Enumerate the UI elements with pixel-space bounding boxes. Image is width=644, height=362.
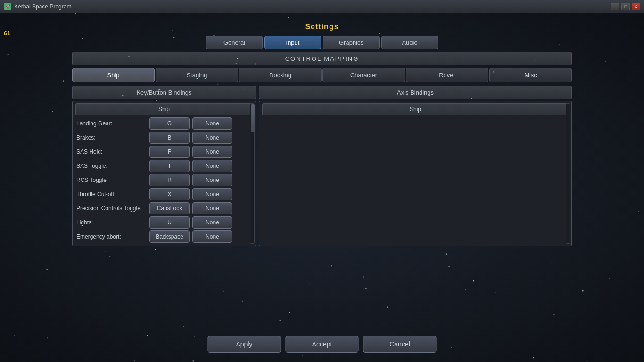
bottom-buttons: ApplyAcceptCancel <box>208 336 437 353</box>
apply-button[interactable]: Apply <box>208 336 281 353</box>
binding-row-1: Brakes:BNone <box>75 131 253 145</box>
app-icon: 🚀 <box>4 3 11 10</box>
binding-secondary-6[interactable]: None <box>192 202 232 214</box>
binding-primary-1[interactable]: B <box>149 132 190 144</box>
binding-primary-0[interactable]: G <box>149 117 190 130</box>
binding-label-2: SAS Hold: <box>76 148 149 155</box>
binding-row-0: Landing Gear:GNone <box>75 116 253 131</box>
binding-primary-3[interactable]: T <box>149 160 190 172</box>
binding-row-2: SAS Hold:FNone <box>75 145 253 159</box>
binding-primary-8[interactable]: Backspace <box>149 230 190 243</box>
subtab-docking[interactable]: Docking <box>239 68 322 82</box>
binding-primary-2[interactable]: F <box>149 146 190 158</box>
binding-label-0: Landing Gear: <box>76 120 149 127</box>
subtab-rover[interactable]: Rover <box>406 68 488 82</box>
tab-general[interactable]: General <box>206 36 263 49</box>
binding-row-3: SAS Toggle:TNone <box>75 159 253 173</box>
binding-label-5: Throttle Cut-off: <box>76 191 149 197</box>
binding-secondary-5[interactable]: None <box>192 188 232 200</box>
main-content: 61 Settings GeneralInputGraphicsAudio CO… <box>0 13 644 362</box>
binding-primary-7[interactable]: U <box>149 216 190 229</box>
close-button[interactable]: ✕ <box>632 3 640 10</box>
top-tabs: GeneralInputGraphicsAudio <box>206 36 438 49</box>
binding-secondary-3[interactable]: None <box>192 160 232 172</box>
accept-button[interactable]: Accept <box>286 336 359 353</box>
binding-primary-6[interactable]: CapsLock <box>149 202 190 214</box>
binding-label-4: RCS Toggle: <box>76 177 149 183</box>
title-bar-left: 🚀 Kerbal Space Program <box>4 3 71 10</box>
settings-panel: Settings GeneralInputGraphicsAudio CONTR… <box>63 23 581 246</box>
binding-label-7: Lights: <box>76 219 149 226</box>
binding-row-5: Throttle Cut-off:XNone <box>75 187 253 201</box>
binding-label-6: Precision Controls Toggle: <box>76 205 149 212</box>
key-panel-header: Key/Button Bindings <box>72 86 256 99</box>
tab-graphics[interactable]: Graphics <box>323 36 380 49</box>
bindings-list: Landing Gear:GNoneBrakes:BNoneSAS Hold:F… <box>75 116 253 244</box>
binding-secondary-7[interactable]: None <box>192 216 232 229</box>
maximize-button[interactable]: □ <box>621 3 630 10</box>
key-ship-subheader: Ship <box>75 103 253 115</box>
axis-bindings-container: Ship <box>259 101 572 246</box>
subtab-ship[interactable]: Ship <box>72 68 155 82</box>
binding-primary-4[interactable]: R <box>149 174 190 186</box>
axis-ship-subheader: Ship <box>262 103 569 115</box>
axis-panel: Axis Bindings Ship <box>259 86 572 246</box>
binding-primary-5[interactable]: X <box>149 188 190 200</box>
tab-audio[interactable]: Audio <box>381 36 438 49</box>
title-bar: 🚀 Kerbal Space Program ─ □ ✕ <box>0 0 644 13</box>
binding-row-6: Precision Controls Toggle:CapsLockNone <box>75 201 253 215</box>
control-mapping-header: CONTROL MAPPING <box>72 52 572 65</box>
binding-row-7: Lights:UNone <box>75 215 253 230</box>
binding-label-8: Emergency abort: <box>76 233 149 240</box>
binding-secondary-0[interactable]: None <box>192 117 232 130</box>
binding-secondary-2[interactable]: None <box>192 146 232 158</box>
key-scrollbar[interactable] <box>250 103 255 244</box>
cancel-button[interactable]: Cancel <box>363 336 437 353</box>
binding-row-4: RCS Toggle:RNone <box>75 173 253 187</box>
key-panel: Key/Button Bindings Ship Landing Gear:GN… <box>72 86 256 246</box>
subtab-misc[interactable]: Misc <box>489 68 572 82</box>
sub-tabs: ShipStagingDockingCharacterRoverMisc <box>72 68 572 82</box>
binding-secondary-4[interactable]: None <box>192 174 232 186</box>
title-bar-controls: ─ □ ✕ <box>611 3 640 10</box>
binding-label-3: SAS Toggle: <box>76 163 149 169</box>
binding-row-8: Emergency abort:BackspaceNone <box>75 230 253 244</box>
binding-area: Key/Button Bindings Ship Landing Gear:GN… <box>72 86 572 246</box>
bindings-container: Ship Landing Gear:GNoneBrakes:BNoneSAS H… <box>72 101 256 246</box>
binding-secondary-8[interactable]: None <box>192 230 232 243</box>
scroll-thumb[interactable] <box>251 104 255 132</box>
tab-input[interactable]: Input <box>264 36 321 49</box>
minimize-button[interactable]: ─ <box>611 3 619 10</box>
subtab-character[interactable]: Character <box>322 68 405 82</box>
axis-panel-header: Axis Bindings <box>259 86 572 99</box>
app-title: Kerbal Space Program <box>14 3 71 10</box>
binding-secondary-1[interactable]: None <box>192 132 232 144</box>
subtab-staging[interactable]: Staging <box>156 68 238 82</box>
fps-counter: 61 <box>4 30 10 37</box>
axis-scrollbar[interactable] <box>566 103 570 244</box>
settings-title: Settings <box>305 23 339 31</box>
binding-label-1: Brakes: <box>76 134 149 141</box>
